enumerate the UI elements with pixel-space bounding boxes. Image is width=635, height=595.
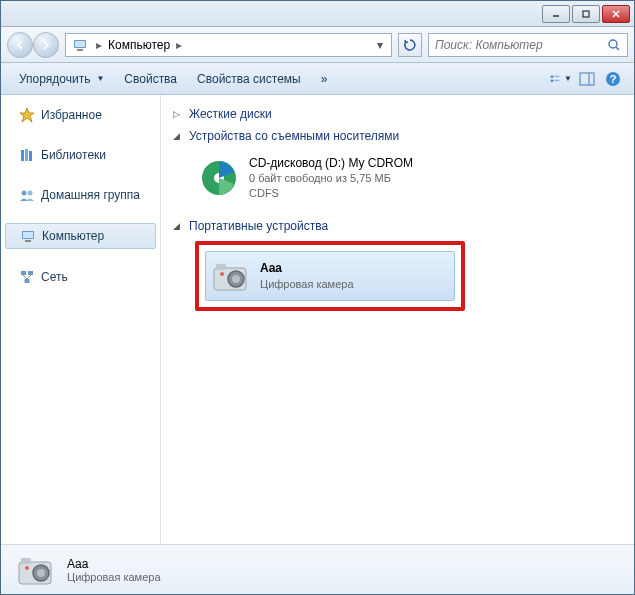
svg-rect-17 bbox=[21, 150, 24, 161]
svg-point-35 bbox=[232, 275, 240, 283]
homegroup-icon bbox=[19, 187, 35, 203]
device-cdrom[interactable]: CD-дисковод (D:) My CDROM 0 байт свободн… bbox=[195, 151, 622, 205]
body: Избранное Библиотеки Домашняя группа Ком… bbox=[1, 95, 634, 544]
search-icon bbox=[607, 38, 621, 52]
svg-text:?: ? bbox=[610, 73, 617, 85]
address-dropdown-icon[interactable]: ▾ bbox=[371, 38, 389, 52]
svg-rect-10 bbox=[551, 79, 554, 81]
properties-button[interactable]: Свойства bbox=[116, 68, 185, 90]
group-portable[interactable]: ◢ Портативные устройства bbox=[173, 215, 622, 237]
disc-icon bbox=[199, 158, 239, 198]
svg-rect-25 bbox=[21, 271, 26, 275]
breadcrumb-segment[interactable]: Компьютер bbox=[106, 38, 172, 52]
libraries-icon bbox=[19, 147, 35, 163]
organize-button[interactable]: Упорядочить▼ bbox=[11, 68, 112, 90]
svg-rect-9 bbox=[551, 75, 554, 77]
device-camera[interactable]: Aaa Цифровая камера bbox=[205, 251, 455, 301]
svg-line-28 bbox=[23, 275, 27, 279]
svg-point-20 bbox=[22, 191, 27, 196]
details-pane: Aaa Цифровая камера bbox=[1, 544, 634, 594]
status-name: Aaa bbox=[67, 557, 161, 571]
chevron-right-icon: ▷ bbox=[173, 109, 183, 119]
svg-rect-18 bbox=[25, 149, 28, 161]
svg-rect-19 bbox=[29, 151, 32, 161]
status-type: Цифровая камера bbox=[67, 571, 161, 583]
system-properties-button[interactable]: Свойства системы bbox=[189, 68, 309, 90]
svg-rect-6 bbox=[77, 49, 83, 51]
sidebar-item-favorites[interactable]: Избранное bbox=[1, 103, 160, 127]
sidebar-item-network[interactable]: Сеть bbox=[1, 265, 160, 289]
network-icon bbox=[19, 269, 35, 285]
search-box[interactable] bbox=[428, 33, 628, 57]
device-type: Цифровая камера bbox=[260, 277, 354, 292]
svg-point-40 bbox=[37, 569, 45, 577]
close-button[interactable] bbox=[602, 5, 630, 23]
svg-line-29 bbox=[27, 275, 31, 279]
sidebar-item-libraries[interactable]: Библиотеки bbox=[1, 143, 160, 167]
navigation-pane: Избранное Библиотеки Домашняя группа Ком… bbox=[1, 95, 161, 544]
help-button[interactable]: ? bbox=[602, 68, 624, 90]
address-bar[interactable]: ▸ Компьютер ▸ ▾ bbox=[65, 33, 392, 57]
maximize-button[interactable] bbox=[572, 5, 600, 23]
refresh-button[interactable] bbox=[398, 33, 422, 57]
preview-pane-button[interactable] bbox=[576, 68, 598, 90]
camera-icon bbox=[15, 550, 55, 590]
sidebar-item-homegroup[interactable]: Домашняя группа bbox=[1, 183, 160, 207]
group-hard-drives[interactable]: ▷ Жесткие диски bbox=[173, 103, 622, 125]
svg-rect-1 bbox=[583, 11, 589, 17]
forward-button[interactable] bbox=[33, 32, 59, 58]
chevron-down-icon: ◢ bbox=[173, 221, 183, 231]
computer-icon bbox=[72, 37, 88, 53]
svg-point-41 bbox=[25, 566, 29, 570]
chevron-down-icon: ▼ bbox=[94, 74, 104, 83]
chevron-down-icon: ◢ bbox=[173, 131, 183, 141]
search-input[interactable] bbox=[435, 38, 607, 52]
device-filesystem: CDFS bbox=[249, 186, 413, 201]
svg-rect-5 bbox=[75, 41, 85, 47]
computer-icon bbox=[20, 228, 36, 244]
content-pane: ▷ Жесткие диски ◢ Устройства со съемными… bbox=[161, 95, 634, 544]
star-icon bbox=[19, 107, 35, 123]
svg-rect-26 bbox=[28, 271, 33, 275]
chevron-down-icon: ▼ bbox=[562, 74, 572, 83]
back-button[interactable] bbox=[7, 32, 33, 58]
sidebar-item-label: Избранное bbox=[41, 108, 102, 122]
highlight-annotation: Aaa Цифровая камера bbox=[195, 241, 465, 311]
sidebar-item-computer[interactable]: Компьютер bbox=[5, 223, 156, 249]
sidebar-item-label: Сеть bbox=[41, 270, 68, 284]
camera-icon bbox=[210, 256, 250, 296]
device-name: Aaa bbox=[260, 260, 354, 276]
svg-rect-33 bbox=[216, 264, 226, 270]
explorer-window: ▸ Компьютер ▸ ▾ Упорядочить▼ Свойства Св… bbox=[0, 0, 635, 595]
sidebar-item-label: Библиотеки bbox=[41, 148, 106, 162]
svg-point-21 bbox=[28, 191, 33, 196]
svg-point-7 bbox=[609, 40, 617, 48]
breadcrumb-chevron-icon[interactable]: ▸ bbox=[92, 38, 106, 52]
minimize-button[interactable] bbox=[542, 5, 570, 23]
svg-rect-27 bbox=[25, 279, 30, 283]
device-name: CD-дисковод (D:) My CDROM bbox=[249, 155, 413, 171]
group-label: Портативные устройства bbox=[189, 219, 328, 233]
sidebar-item-label: Домашняя группа bbox=[41, 188, 140, 202]
svg-point-36 bbox=[220, 272, 224, 276]
group-removable[interactable]: ◢ Устройства со съемными носителями bbox=[173, 125, 622, 147]
breadcrumb-chevron-icon[interactable]: ▸ bbox=[172, 38, 186, 52]
titlebar bbox=[1, 1, 634, 27]
group-label: Жесткие диски bbox=[189, 107, 272, 121]
svg-line-8 bbox=[616, 47, 619, 50]
svg-rect-38 bbox=[21, 558, 31, 564]
toolbar-overflow-button[interactable]: » bbox=[313, 68, 336, 90]
device-free-space: 0 байт свободно из 5,75 МБ bbox=[249, 171, 413, 186]
svg-rect-23 bbox=[23, 232, 33, 238]
view-options-button[interactable]: ▼ bbox=[550, 68, 572, 90]
svg-rect-24 bbox=[25, 240, 31, 242]
group-label: Устройства со съемными носителями bbox=[189, 129, 399, 143]
navbar: ▸ Компьютер ▸ ▾ bbox=[1, 27, 634, 63]
sidebar-item-label: Компьютер bbox=[42, 229, 104, 243]
toolbar: Упорядочить▼ Свойства Свойства системы »… bbox=[1, 63, 634, 95]
svg-rect-13 bbox=[580, 73, 594, 85]
